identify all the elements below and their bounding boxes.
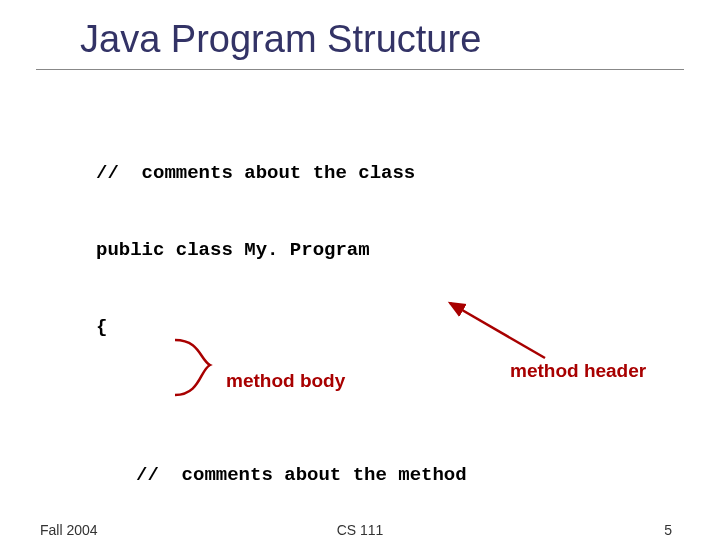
code-block: // comments about the class public class… bbox=[96, 110, 581, 540]
code-line: // comments about the class bbox=[96, 161, 581, 187]
annotation-method-header: method header bbox=[510, 360, 646, 382]
annotation-method-body: method body bbox=[226, 370, 345, 392]
code-line: public class My. Program bbox=[96, 238, 581, 264]
footer-left: Fall 2004 bbox=[40, 522, 98, 538]
slide: Java Program Structure // comments about… bbox=[0, 0, 720, 540]
code-line: { bbox=[96, 315, 581, 341]
slide-title: Java Program Structure bbox=[36, 0, 684, 70]
footer-right: 5 bbox=[664, 522, 672, 538]
footer-center: CS 111 bbox=[337, 522, 384, 538]
code-line: // comments about the method bbox=[136, 463, 581, 489]
